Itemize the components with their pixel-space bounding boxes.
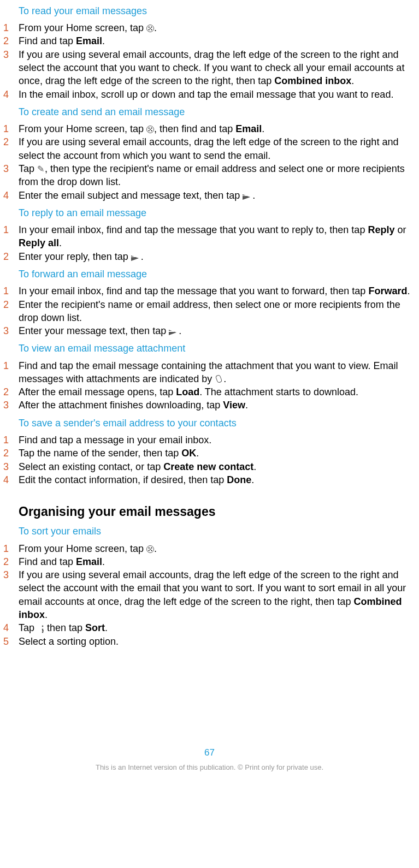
bold-text: Combined inbox	[19, 596, 402, 620]
section-title: To forward an email message	[19, 267, 419, 281]
bold-text: Reply all	[19, 237, 59, 248]
document-content: To read your email messagesFrom your Hom…	[0, 4, 419, 778]
step-item: From your Home screen, tap .	[0, 21, 419, 34]
step-item: If you are using several email accounts,…	[0, 568, 419, 621]
page-number: 67	[0, 746, 419, 759]
step-list: Find and tap the email message containin…	[0, 359, 419, 412]
step-list: From your Home screen, tap .Find and tap…	[0, 21, 419, 101]
step-item: In your email inbox, find and tap the me…	[0, 223, 419, 250]
step-item: Enter the email subject and message text…	[0, 189, 419, 202]
step-list: Find and tap a message in your email inb…	[0, 433, 419, 486]
section-title: To reply to an email message	[19, 206, 419, 220]
bold-text: Combined inbox	[274, 75, 351, 86]
section-title: To view an email message attachment	[19, 342, 419, 355]
step-item: Enter your message text, then tap .	[0, 324, 419, 337]
attach-icon	[215, 375, 223, 384]
step-item: From your Home screen, tap , then find a…	[0, 122, 419, 135]
send-icon	[169, 328, 179, 335]
bold-text: Done	[227, 474, 251, 485]
bold-text: Load	[176, 387, 199, 397]
step-item: Select a sorting option.	[0, 635, 419, 648]
section-title: To create and send an email message	[19, 105, 419, 119]
step-item: In the email inbox, scroll up or down an…	[0, 88, 419, 101]
bold-text: Email	[76, 35, 102, 46]
main-heading: Organising your email messages	[19, 503, 419, 520]
step-item: After the attachment finishes downloadin…	[0, 399, 419, 412]
step-item: Find and tap the email message containin…	[0, 359, 419, 386]
bold-text: Email	[76, 556, 102, 567]
step-item: If you are using several email accounts,…	[0, 48, 419, 88]
step-item: After the email message opens, tap Load.…	[0, 385, 419, 399]
step-item: In your email inbox, find and tap the me…	[0, 284, 419, 298]
step-item: Edit the contact information, if desired…	[0, 473, 419, 486]
step-item: Tap , then tap Sort.	[0, 621, 419, 634]
compose-icon	[37, 165, 45, 173]
step-list: From your Home screen, tap .Find and tap…	[0, 542, 419, 648]
step-item: Find and tap Email.	[0, 34, 419, 47]
bold-text: Forward	[368, 286, 407, 296]
step-item: Find and tap a message in your email inb…	[0, 433, 419, 447]
step-item: From your Home screen, tap .	[0, 542, 419, 555]
step-item: Tap , then type the recipient's name or …	[0, 162, 419, 189]
bold-text: View	[223, 400, 245, 411]
apps-icon	[146, 126, 154, 133]
section-title: To save a sender's email address to your…	[19, 417, 419, 430]
footer-note: This is an Internet version of this publ…	[0, 763, 419, 778]
bold-text: Email	[235, 123, 262, 134]
send-icon	[131, 253, 141, 261]
bold-text: OK	[181, 448, 196, 459]
section-title: To read your email messages	[19, 4, 419, 18]
bold-text: Sort	[85, 622, 105, 633]
step-item: Find and tap Email.	[0, 555, 419, 568]
send-icon	[243, 192, 252, 200]
apps-icon	[146, 545, 154, 553]
menu-icon	[37, 625, 42, 633]
section-title: To sort your emails	[19, 525, 419, 538]
step-list: In your email inbox, find and tap the me…	[0, 284, 419, 337]
step-item: Select an existing contact, or tap Creat…	[0, 460, 419, 473]
step-list: In your email inbox, find and tap the me…	[0, 223, 419, 263]
step-list: From your Home screen, tap , then find a…	[0, 122, 419, 202]
bold-text: Create new contact	[163, 461, 253, 472]
step-item: Enter the recipient's name or email addr…	[0, 298, 419, 325]
step-item: Enter your reply, then tap .	[0, 250, 419, 263]
apps-icon	[146, 25, 154, 32]
step-item: If you are using several email accounts,…	[0, 135, 419, 162]
step-item: Tap the name of the sender, then tap OK.	[0, 447, 419, 460]
bold-text: Reply	[368, 224, 394, 235]
